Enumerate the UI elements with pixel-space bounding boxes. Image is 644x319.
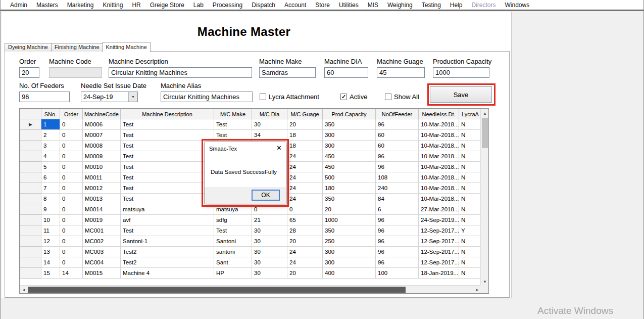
grid-cell[interactable]: 10-Mar-2018... <box>419 172 459 183</box>
machine-make-input[interactable] <box>259 67 316 78</box>
grid-cell[interactable]: M0009 <box>83 151 121 162</box>
grid-cell[interactable]: 450 <box>323 162 376 172</box>
grid-cell[interactable]: 0 <box>287 204 323 215</box>
no-of-feeders-input[interactable] <box>19 92 70 102</box>
machine-description-input[interactable] <box>109 67 252 78</box>
menu-item-mis[interactable]: MIS <box>363 1 383 10</box>
grid-cell[interactable]: 10-Mar-2018... <box>419 119 459 130</box>
grid-cell[interactable]: 10-Mar-2018... <box>419 130 459 141</box>
grid-cell[interactable]: Test <box>121 119 214 130</box>
row-header-cell[interactable] <box>20 257 41 268</box>
grid-cell[interactable]: Santoni <box>214 236 252 247</box>
grid-cell[interactable]: 0 <box>60 172 83 183</box>
grid-cell[interactable]: 5 <box>41 162 60 172</box>
grid-cell[interactable]: MC002 <box>83 236 121 247</box>
grid-cell[interactable]: M0008 <box>83 141 121 151</box>
grid-cell[interactable]: 250 <box>323 236 376 247</box>
grid-cell[interactable]: 11 <box>41 225 60 236</box>
grid-cell[interactable]: 15 <box>41 268 60 279</box>
grid-cell[interactable]: N <box>459 162 482 172</box>
grid-cell[interactable]: 60 <box>376 141 419 151</box>
grid-cell[interactable]: 96 <box>376 215 419 225</box>
menu-item-processing[interactable]: Processing <box>208 1 247 10</box>
grid-cell[interactable]: 300 <box>323 130 376 141</box>
column-header-sno[interactable]: SNo. <box>41 109 60 119</box>
grid-cell[interactable]: 84 <box>376 194 419 204</box>
column-header-prod-capacity[interactable]: Prod.Capacity <box>323 109 376 119</box>
grid-cell[interactable]: 27-Mar-2018... <box>419 204 459 215</box>
grid-cell[interactable]: Test <box>214 130 252 141</box>
grid-cell[interactable]: Test2 <box>121 247 214 257</box>
grid-cell[interactable]: Test <box>214 225 252 236</box>
grid-cell[interactable]: 0 <box>60 151 83 162</box>
grid-cell[interactable]: M0019 <box>83 215 121 225</box>
grid-cell[interactable]: 0 <box>60 183 83 194</box>
grid-cell[interactable]: 1000 <box>323 215 376 225</box>
row-header-cell[interactable] <box>20 151 41 162</box>
grid-cell[interactable]: N <box>459 130 482 141</box>
tab-dyeing-machine[interactable]: Dyeing Machine <box>5 43 52 52</box>
grid-cell[interactable]: 96 <box>376 162 419 172</box>
grid-cell[interactable]: 96 <box>376 257 419 268</box>
grid-cell[interactable]: 96 <box>376 225 419 236</box>
column-header-nooffeeder[interactable]: NoOfFeeder <box>376 109 419 119</box>
row-header-cell[interactable] <box>20 236 41 247</box>
grid-cell[interactable]: 0 <box>60 225 83 236</box>
grid-cell[interactable]: 14 <box>41 257 60 268</box>
grid-cell[interactable]: N <box>459 204 482 215</box>
row-header-cell[interactable] <box>20 215 41 225</box>
grid-cell[interactable]: 12-Sep-2017... <box>419 236 459 247</box>
grid-cell[interactable]: Test2 <box>121 257 214 268</box>
grid-cell[interactable]: 240 <box>376 183 419 194</box>
row-header-cell[interactable] <box>20 268 41 279</box>
grid-cell[interactable]: Test <box>121 141 214 151</box>
grid-cell[interactable]: 3 <box>41 141 60 151</box>
grid-cell[interactable]: 450 <box>323 151 376 162</box>
grid-cell[interactable]: N <box>459 141 482 151</box>
grid-cell[interactable]: M0010 <box>83 162 121 172</box>
grid-cell[interactable]: 1 <box>41 119 60 130</box>
grid-cell[interactable]: 10-Mar-2018... <box>419 162 459 172</box>
grid-cell[interactable]: 0 <box>252 204 287 215</box>
grid-cell[interactable]: 20 <box>287 236 323 247</box>
grid-cell[interactable]: N <box>459 236 482 247</box>
row-header-cell[interactable] <box>20 141 41 151</box>
grid-cell[interactable]: 12 <box>41 236 60 247</box>
column-header-m-c-dia[interactable]: M/C Dia <box>252 109 287 119</box>
menu-item-windows[interactable]: Windows <box>501 1 534 10</box>
dropdown-button[interactable]: ▼ <box>128 92 137 102</box>
menu-item-store[interactable]: Store <box>311 1 334 10</box>
grid-cell[interactable]: 9 <box>41 204 60 215</box>
grid-cell[interactable]: 180 <box>323 183 376 194</box>
horizontal-scroll-thumb[interactable] <box>28 287 406 293</box>
grid-cell[interactable]: 60 <box>376 130 419 141</box>
grid-cell[interactable]: N <box>459 257 482 268</box>
ok-button[interactable]: OK <box>252 190 280 201</box>
grid-cell[interactable]: 30 <box>252 236 287 247</box>
order-input[interactable] <box>19 67 39 78</box>
row-header-cell[interactable] <box>20 130 41 141</box>
grid-cell[interactable]: 30 <box>252 247 287 257</box>
grid-cell[interactable]: Test <box>121 225 214 236</box>
needle-set-issue-date-combobox[interactable]: 24-Sep-19 ▼ <box>81 92 138 102</box>
close-icon[interactable]: ✕ <box>276 144 282 152</box>
scroll-down-icon[interactable]: ▼ <box>481 278 489 286</box>
grid-cell[interactable]: Test <box>121 172 214 183</box>
grid-cell[interactable]: 24 <box>287 151 323 162</box>
grid-cell[interactable]: 0 <box>60 204 83 215</box>
grid-cell[interactable]: M0014 <box>83 204 121 215</box>
grid-cell[interactable]: matsuya <box>121 204 214 215</box>
grid-cell[interactable]: 24 <box>287 194 323 204</box>
grid-cell[interactable]: 24-Sep-2019... <box>419 215 459 225</box>
grid-cell[interactable]: MC003 <box>83 247 121 257</box>
grid-cell[interactable]: Test <box>214 119 252 130</box>
grid-cell[interactable]: 4 <box>41 151 60 162</box>
grid-cell[interactable]: Test <box>121 183 214 194</box>
row-marker-icon[interactable]: ▶ <box>20 119 41 130</box>
column-header-m-c-make[interactable]: M/C Make <box>214 109 252 119</box>
grid-cell[interactable]: M0015 <box>83 268 121 279</box>
grid-cell[interactable]: 8 <box>41 194 60 204</box>
grid-cell[interactable]: N <box>459 215 482 225</box>
grid-cell[interactable]: 6 <box>376 204 419 215</box>
menu-item-help[interactable]: Help <box>445 1 467 10</box>
